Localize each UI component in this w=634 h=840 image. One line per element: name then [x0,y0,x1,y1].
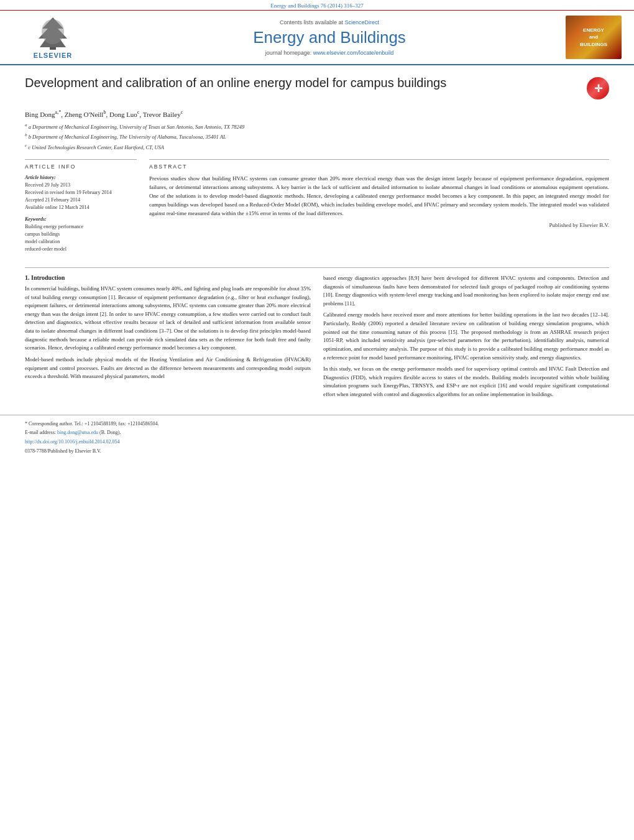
elsevier-wordmark: ELSEVIER [34,52,72,59]
footnote-issn: 0378-7788/Published by Elsevier B.V. [25,448,609,456]
affiliation-c: c c United Technologies Research Center,… [25,142,609,152]
keyword-2: campus buildings [25,231,137,238]
article-info-col: ARTICLE INFO Article history: Received 2… [25,159,137,258]
doi-link[interactable]: http://dx.doi.org/10.1016/j.enbuild.2014… [25,439,120,445]
keyword-3: model calibration [25,238,137,246]
elsevier-logo: ELSEVIER [12,16,93,59]
article-history: Article history: Received 29 July 2013 R… [25,175,137,211]
accepted-date: Accepted 21 February 2014 [25,196,137,204]
right-body-col: based energy diagnostics approaches [8,9… [323,274,609,402]
eb-logo: ENERGY and BUILDINGS [566,16,622,59]
crossmark-badge: ✛ [587,77,609,99]
elsevier-tree-icon [31,16,75,50]
abstract-text: Previous studies show that building HVAC… [149,175,609,218]
keyword-4: reduced-order model [25,246,137,253]
email-link[interactable]: bing.dong@utsa.edu [57,430,98,435]
footnote-corresponding: * Corresponding author. Tel.: +1 2104588… [25,420,609,428]
intro-section-title: 1. Introduction [25,274,311,281]
footnote-email: E-mail address: bing.dong@utsa.edu (B. D… [25,429,609,437]
journal-citation: Energy and Buildings 76 (2014) 316–327 [270,2,364,9]
affiliations: a a Department of Mechanical Engineering… [25,122,609,152]
history-label: Article history: [25,175,137,180]
affiliation-b: b b Department of Mechanical Engineering… [25,132,609,141]
article-title-section: Development and calibration of an online… [25,75,609,104]
author-names: Bing Donga,*, Zheng O'Neillb, Dong Luoc,… [25,111,183,118]
left-body-col: 1. Introduction In commercial buildings,… [25,274,311,402]
right-col-text: based energy diagnostics approaches [8,9… [323,274,609,399]
affiliation-a: a a Department of Mechanical Engineering… [25,122,609,131]
intro-paragraph-1: In commercial buildings, building HVAC s… [25,285,311,381]
keywords-label: Keywords: [25,216,137,222]
revised-date: Received in revised form 19 February 201… [25,189,137,196]
info-abstract-section: ARTICLE INFO Article history: Received 2… [25,159,609,258]
journal-center: Contents lists available at ScienceDirec… [93,19,566,56]
journal-title: Energy and Buildings [93,28,566,47]
received-date: Received 29 July 2013 [25,182,137,189]
section-divider [25,267,609,268]
sciencedirect-text: Contents lists available at ScienceDirec… [93,19,566,25]
keywords-group: Keywords: Building energy performance ca… [25,216,137,253]
body-columns: 1. Introduction In commercial buildings,… [25,274,609,402]
journal-homepage-link[interactable]: www.elsevier.com/locate/enbuild [313,50,394,56]
article-info-heading: ARTICLE INFO [25,164,137,170]
keyword-1: Building energy performance [25,223,137,231]
eb-logo-line2: and [580,34,607,40]
journal-header: ELSEVIER Contents lists available at Sci… [0,11,634,65]
journal-citation-bar: Energy and Buildings 76 (2014) 316–327 [0,0,634,11]
available-date: Available online 12 March 2014 [25,204,137,211]
abstract-col: ABSTRACT Previous studies show that buil… [149,159,609,258]
published-by: Published by Elsevier B.V. [149,222,609,228]
footnote-doi: http://dx.doi.org/10.1016/j.enbuild.2014… [25,438,609,446]
journal-homepage: journal homepage: www.elsevier.com/locat… [93,50,566,56]
eb-logo-line3: BUILDINGS [580,41,607,48]
abstract-heading: ABSTRACT [149,164,609,170]
footnotes: * Corresponding author. Tel.: +1 2104588… [0,415,634,462]
sciencedirect-link[interactable]: ScienceDirect [345,19,380,25]
authors-line: Bing Donga,*, Zheng O'Neillb, Dong Luoc,… [25,109,609,118]
article-title: Development and calibration of an online… [25,75,577,91]
main-content: Development and calibration of an online… [0,65,634,415]
crossmark-icon: ✛ [587,77,609,99]
eb-logo-line1: ENERGY [580,27,607,34]
svg-point-2 [42,19,64,44]
